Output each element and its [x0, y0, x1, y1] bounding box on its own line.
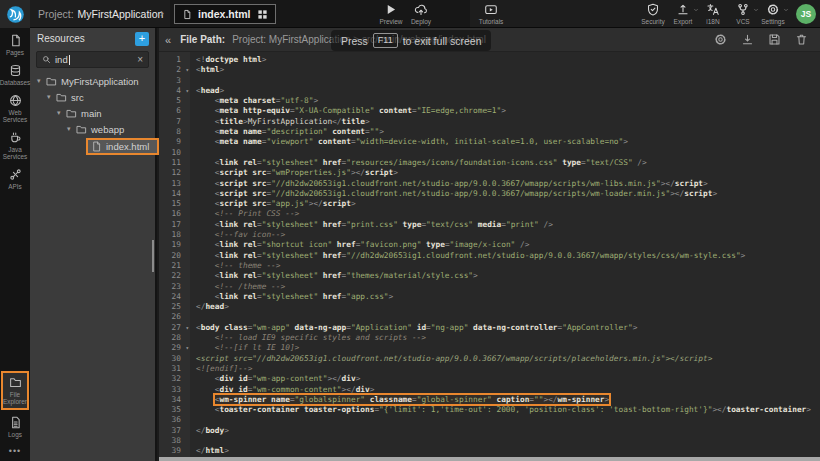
- line-number[interactable]: 21: [159, 261, 190, 271]
- code-line[interactable]: <script src="//dh2dw20653ig1.cloudfront.…: [196, 179, 820, 189]
- code-line[interactable]: [196, 415, 820, 425]
- code-line[interactable]: <title>MyFirstApplication</title>: [196, 117, 820, 127]
- line-number[interactable]: 12: [159, 168, 190, 178]
- line-number[interactable]: 35: [159, 405, 190, 415]
- line-number[interactable]: 33: [159, 385, 190, 395]
- sidebar-item-databases[interactable]: Databases: [0, 64, 30, 86]
- tree-item-index-html[interactable]: index.html: [30, 137, 155, 155]
- line-number[interactable]: 36: [159, 415, 190, 425]
- tree-caret-icon[interactable]: ▾: [57, 109, 66, 117]
- code-line[interactable]: <script src="wmProperties.js"></script>: [196, 168, 820, 178]
- user-avatar[interactable]: JS: [796, 4, 816, 24]
- code-line[interactable]: <!--[if lt IE 10]>: [196, 343, 820, 353]
- line-number[interactable]: 27▾: [159, 323, 190, 333]
- line-number[interactable]: 1: [159, 55, 190, 65]
- line-number[interactable]: 22: [159, 271, 190, 281]
- topbar-action-tutorials[interactable]: Tutorials: [476, 3, 506, 25]
- code-line[interactable]: <!-- /theme -->: [196, 282, 820, 292]
- line-number[interactable]: 30: [159, 354, 190, 364]
- fold-caret-icon[interactable]: ▾: [185, 86, 189, 96]
- code-line[interactable]: <meta charset="utf-8">: [196, 96, 820, 106]
- line-number[interactable]: 32: [159, 374, 190, 384]
- line-number[interactable]: 28: [159, 333, 190, 343]
- code-line[interactable]: <link rel="stylesheet" href="app.css">: [196, 292, 820, 302]
- topbar-action-settings[interactable]: Settings: [758, 3, 788, 25]
- code-line[interactable]: </body>: [196, 426, 820, 436]
- trash-icon[interactable]: [795, 33, 808, 46]
- code-line[interactable]: <script src="//dh2dw20653ig1.cloudfront.…: [196, 189, 820, 199]
- line-number[interactable]: 3: [159, 76, 190, 86]
- code-area[interactable]: 12▾34▾5678910111213141516171819202122232…: [159, 52, 820, 457]
- line-number[interactable]: 16: [159, 209, 190, 219]
- code-line[interactable]: <link rel="stylesheet" href="print.css" …: [196, 220, 820, 230]
- tab-index-html[interactable]: index.html: [174, 4, 276, 24]
- line-number[interactable]: 11: [159, 158, 190, 168]
- code-line[interactable]: <link rel="stylesheet" href="themes/mate…: [196, 271, 820, 281]
- line-number[interactable]: 29▾: [159, 343, 190, 353]
- line-number[interactable]: 20: [159, 251, 190, 261]
- topbar-action-i18n[interactable]: i18N: [698, 3, 728, 25]
- code-line[interactable]: <link rel="stylesheet" href="//dh2dw2065…: [196, 251, 820, 261]
- topbar-action-deploy[interactable]: Deploy: [406, 3, 436, 25]
- code-line[interactable]: <head>: [196, 86, 820, 96]
- horizontal-scrollbar[interactable]: [159, 457, 820, 461]
- line-number[interactable]: 39: [159, 446, 190, 456]
- search-input[interactable]: ind ×: [36, 51, 149, 68]
- sidebar-overflow[interactable]: •••: [9, 446, 21, 456]
- tree-item-src[interactable]: ▾src: [30, 89, 155, 105]
- sidebar-item-web-services[interactable]: WebServices: [0, 94, 30, 123]
- tree-item-main[interactable]: ▾main: [30, 105, 155, 121]
- sidebar-item-file-explorer[interactable]: FileExplorer: [1, 371, 29, 410]
- wavemaker-logo[interactable]: [0, 0, 30, 28]
- code-line[interactable]: <link rel="stylesheet" href="resources/i…: [196, 158, 820, 168]
- sidebar-item-java-services[interactable]: JavaServices: [0, 131, 30, 160]
- code-line[interactable]: [196, 436, 820, 446]
- code-line[interactable]: <link rel="shortcut icon" href="favicon.…: [196, 240, 820, 250]
- code-line[interactable]: <meta name="viewport" content="width=dev…: [196, 137, 820, 147]
- tree-item-myfirstapplication[interactable]: ▾MyFirstApplication: [30, 73, 155, 89]
- topbar-action-security[interactable]: Security: [638, 3, 668, 25]
- line-number[interactable]: 2▾: [159, 65, 190, 75]
- code-line[interactable]: <div id="wm-common-content"></div>: [196, 385, 820, 395]
- fold-caret-icon[interactable]: ▾: [185, 323, 189, 333]
- tree-caret-icon[interactable]: ▾: [37, 77, 46, 85]
- code-line[interactable]: <meta name="description" content="">: [196, 127, 820, 137]
- line-number[interactable]: 18: [159, 230, 190, 240]
- line-number[interactable]: 14: [159, 189, 190, 199]
- save-icon[interactable]: [768, 33, 781, 46]
- tree-caret-icon[interactable]: ▾: [67, 125, 76, 133]
- code-line[interactable]: <![endif]-->: [196, 364, 820, 374]
- fold-caret-icon[interactable]: ▾: [185, 65, 189, 75]
- line-number[interactable]: 24: [159, 292, 190, 302]
- line-number[interactable]: 26: [159, 312, 190, 322]
- code-line[interactable]: <body class="wm-app" data-ng-app="Applic…: [196, 323, 820, 333]
- code-line[interactable]: [196, 312, 820, 322]
- line-number[interactable]: 13: [159, 179, 190, 189]
- tree-item-webapp[interactable]: ▾webapp: [30, 121, 155, 137]
- code-line[interactable]: [196, 148, 820, 158]
- code-line[interactable]: <wm-spinner name="globalspinner" classna…: [196, 395, 820, 405]
- code-line[interactable]: <script src="app.js"></script>: [196, 199, 820, 209]
- sidebar-item-pages[interactable]: Pages: [0, 34, 30, 56]
- line-number[interactable]: 4▾: [159, 86, 190, 96]
- line-number[interactable]: 15: [159, 199, 190, 209]
- code-line[interactable]: <!-- theme -->: [196, 261, 820, 271]
- code-line[interactable]: </head>: [196, 302, 820, 312]
- grid-icon[interactable]: [257, 9, 268, 20]
- line-number[interactable]: 34: [159, 395, 190, 405]
- line-number[interactable]: 6: [159, 106, 190, 116]
- line-number[interactable]: 9: [159, 137, 190, 147]
- line-number[interactable]: 19: [159, 240, 190, 250]
- line-number[interactable]: 5: [159, 96, 190, 106]
- gear-icon[interactable]: [714, 33, 727, 46]
- fold-caret-icon[interactable]: ▾: [185, 343, 189, 353]
- code-line[interactable]: <!-- load IE9 specific styles and script…: [196, 333, 820, 343]
- code-line[interactable]: <!-- Print CSS -->: [196, 209, 820, 219]
- line-number[interactable]: 8: [159, 127, 190, 137]
- line-number[interactable]: 31: [159, 364, 190, 374]
- line-number[interactable]: 25: [159, 302, 190, 312]
- code-line[interactable]: </html>: [196, 446, 820, 456]
- topbar-action-export[interactable]: Export: [668, 3, 698, 25]
- tree-caret-icon[interactable]: ▾: [47, 93, 56, 101]
- line-number[interactable]: 7: [159, 117, 190, 127]
